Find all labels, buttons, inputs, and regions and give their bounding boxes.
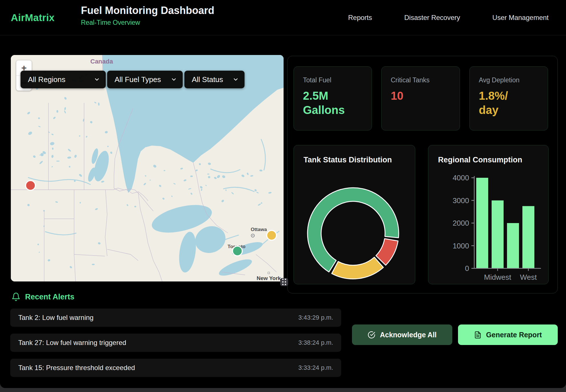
tank-marker-warning[interactable] bbox=[267, 230, 276, 240]
bar-chart-ytick: 0 bbox=[465, 264, 469, 273]
stat-label: Avg Depletion bbox=[479, 76, 539, 84]
app-logo: AirMatrix bbox=[11, 0, 55, 35]
stat-label: Critical Tanks bbox=[391, 76, 451, 84]
alert-row[interactable]: Tank 27: Low fuel warning triggered 3:38… bbox=[10, 334, 341, 352]
alert-row[interactable]: Tank 2: Low fuel warning 3:43:29 p.m. bbox=[10, 309, 341, 327]
fuel-type-filter-value: All Fuel Types bbox=[115, 75, 161, 84]
generate-report-label: Generate Report bbox=[486, 331, 542, 339]
tank-marker-critical[interactable] bbox=[26, 181, 35, 190]
map-label-ottawa: Ottawa bbox=[251, 227, 267, 232]
alert-message: Tank 27: Low fuel warning triggered bbox=[18, 339, 126, 347]
generate-report-button[interactable]: Generate Report bbox=[458, 324, 558, 345]
stat-card-total-fuel: Total Fuel 2.5M Gallons bbox=[294, 66, 372, 130]
header: AirMatrix Fuel Monitoring Dashboard Real… bbox=[0, 0, 566, 35]
region-filter-value: All Regions bbox=[28, 75, 66, 84]
bar-2 bbox=[507, 223, 519, 268]
nav-item-disaster-recovery[interactable]: Disaster Recovery bbox=[404, 14, 460, 22]
stat-label: Total Fuel bbox=[303, 76, 363, 84]
acknowledge-all-label: Acknowledge All bbox=[380, 331, 437, 339]
map-canvas[interactable]: CanadaTorontoOttawaNew York + − bbox=[11, 55, 284, 281]
check-circle-icon bbox=[368, 331, 375, 339]
regional-consumption-chart-card: Regional Consumption 01000200030004000Mi… bbox=[428, 145, 549, 284]
map-label-new-york: New York bbox=[257, 275, 281, 281]
map-svg[interactable]: CanadaTorontoOttawaNew York bbox=[11, 55, 284, 281]
app-window: AirMatrix Fuel Monitoring Dashboard Real… bbox=[0, 0, 566, 388]
stat-value: 10 bbox=[391, 89, 451, 103]
stat-value: 2.5M Gallons bbox=[303, 89, 363, 117]
status-filter-value: All Status bbox=[192, 75, 223, 84]
nav-item-user-management[interactable]: User Management bbox=[492, 14, 549, 22]
bar-chart-xtick: West bbox=[520, 273, 537, 281]
main-nav: Reports Disaster Recovery User Managemen… bbox=[348, 0, 549, 35]
alert-timestamp: 3:43:29 p.m. bbox=[298, 314, 333, 321]
alert-row[interactable]: Tank 15: Pressure threshold exceeded 3:3… bbox=[10, 359, 341, 377]
map-label-canada: Canada bbox=[90, 58, 113, 65]
fuel-type-filter-dropdown[interactable]: All Fuel Types bbox=[107, 71, 183, 88]
file-text-icon bbox=[474, 331, 482, 339]
screen: AirMatrix Fuel Monitoring Dashboard Real… bbox=[0, 0, 566, 392]
donut-segment-critical bbox=[376, 239, 398, 265]
tank-marker-normal[interactable] bbox=[233, 246, 242, 256]
status-filter-dropdown[interactable]: All Status bbox=[184, 71, 245, 88]
stat-card-critical-tanks: Critical Tanks 10 bbox=[381, 66, 460, 130]
bell-icon bbox=[11, 292, 21, 301]
bar-chart-ytick: 3000 bbox=[453, 196, 469, 205]
recent-alerts-title: Recent Alerts bbox=[25, 293, 74, 301]
donut-chart bbox=[294, 145, 415, 284]
bar-chart: 01000200030004000MidwestWest bbox=[428, 145, 549, 284]
chevron-down-icon bbox=[233, 76, 239, 83]
tank-status-chart-card: Tank Status Distribution bbox=[294, 145, 415, 284]
alert-message: Tank 15: Pressure threshold exceeded bbox=[18, 364, 135, 372]
bar-chart-ytick: 2000 bbox=[453, 219, 469, 227]
alert-message: Tank 2: Low fuel warning bbox=[18, 314, 93, 322]
bar-chart-ytick: 1000 bbox=[453, 242, 469, 250]
bar-3 bbox=[522, 206, 534, 268]
region-filter-dropdown[interactable]: All Regions bbox=[21, 71, 106, 88]
bar-0 bbox=[476, 178, 488, 268]
chevron-down-icon bbox=[171, 76, 177, 83]
title-block: Fuel Monitoring Dashboard Real-Time Over… bbox=[81, 4, 214, 26]
bar-chart-ytick: 4000 bbox=[453, 173, 469, 182]
alert-timestamp: 3:33:24 p.m. bbox=[298, 364, 333, 371]
stat-value: 1.8%/day bbox=[479, 89, 512, 117]
page-title: Fuel Monitoring Dashboard bbox=[81, 4, 214, 17]
bar-chart-xtick: Midwest bbox=[484, 273, 511, 281]
acknowledge-all-button[interactable]: Acknowledge All bbox=[352, 324, 452, 345]
chevron-down-icon bbox=[94, 76, 100, 83]
donut-segment-warning bbox=[332, 257, 383, 279]
recent-alerts-heading: Recent Alerts bbox=[11, 292, 74, 301]
nav-item-reports[interactable]: Reports bbox=[348, 14, 372, 22]
bar-1 bbox=[492, 201, 504, 269]
alert-timestamp: 3:38:24 p.m. bbox=[298, 339, 333, 346]
stat-card-avg-depletion: Avg Depletion 1.8%/day bbox=[469, 66, 548, 130]
page-subtitle: Real-Time Overview bbox=[81, 19, 214, 26]
resize-grip-icon[interactable] bbox=[280, 278, 288, 286]
